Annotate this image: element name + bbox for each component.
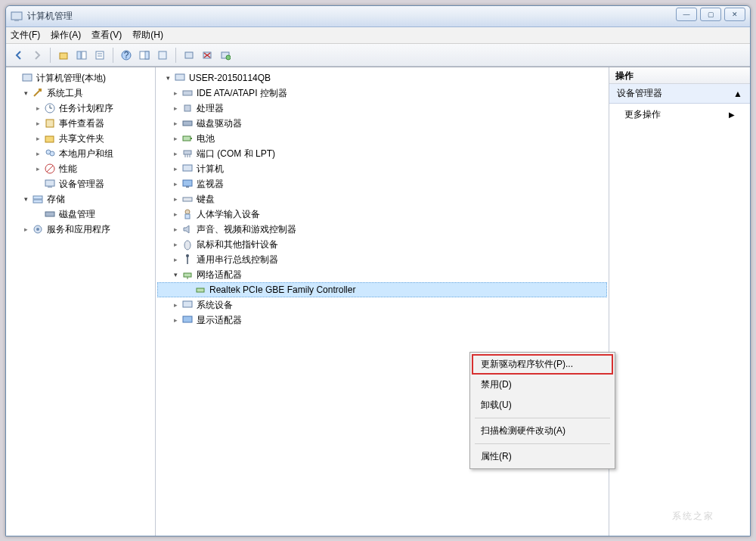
device-network-adapter[interactable]: Realtek PCIe GBE Family Controller [157, 282, 607, 297]
svg-rect-57 [197, 288, 204, 292]
tree-disk-management[interactable]: 磁盘管理 [8, 207, 153, 222]
device-hid[interactable]: 人体学输入设备 [157, 207, 607, 222]
update-driver-button[interactable] [217, 47, 234, 64]
device-computer[interactable]: 计算机 [157, 161, 607, 176]
watermark: 系统之家 [637, 499, 750, 533]
device-battery[interactable]: 电池 [157, 131, 607, 146]
actions-pane: 操作 设备管理器 ▲ 更多操作 ▶ [609, 67, 750, 536]
menu-separator [475, 443, 610, 444]
tree-system-tools[interactable]: 系统工具 [8, 86, 153, 101]
services-icon [32, 223, 44, 235]
show-hide-tree-button[interactable] [73, 47, 90, 64]
menu-file[interactable]: 文件(F) [11, 29, 40, 42]
tree-task-scheduler[interactable]: 任务计划程序 [8, 101, 153, 116]
svg-rect-4 [82, 51, 86, 59]
chevron-right-icon: ▶ [729, 110, 735, 119]
svg-rect-41 [191, 138, 192, 139]
back-button[interactable] [11, 47, 27, 64]
svg-point-50 [185, 210, 190, 214]
maximize-button[interactable]: ▢ [700, 8, 721, 21]
svg-point-54 [186, 254, 189, 257]
device-usb[interactable]: 通用串行总线控制器 [157, 252, 607, 267]
actions-section[interactable]: 设备管理器 ▲ [609, 84, 750, 104]
svg-rect-23 [46, 120, 54, 127]
svg-rect-5 [96, 51, 104, 59]
management-tree[interactable]: 计算机管理(本地) 系统工具 任务计划程序 事件查看器 共享文件夹 本地用户和组… [6, 67, 155, 536]
nic-icon [194, 284, 206, 296]
uninstall-button[interactable] [199, 47, 215, 64]
svg-point-52 [184, 241, 191, 250]
svg-point-26 [50, 151, 54, 156]
forward-button[interactable] [29, 47, 45, 64]
scan-hardware-button[interactable] [181, 47, 197, 64]
tree-root[interactable]: 计算机管理(本地) [8, 70, 153, 86]
svg-rect-47 [183, 180, 192, 186]
device-keyboard[interactable]: 键盘 [157, 191, 607, 207]
device-network[interactable]: 网络适配器 [157, 267, 607, 282]
clock-icon [44, 102, 56, 114]
menu-help[interactable]: 帮助(H) [132, 29, 163, 42]
minimize-button[interactable]: — [676, 8, 697, 21]
device-audio[interactable]: 声音、视频和游戏控制器 [157, 222, 607, 237]
mouse-icon [181, 238, 194, 250]
svg-point-35 [36, 228, 39, 231]
device-root[interactable]: USER-20150114QB [157, 70, 607, 86]
device-mgr-icon [44, 178, 56, 190]
app-icon [11, 11, 23, 23]
device-disk[interactable]: 磁盘驱动器 [157, 116, 607, 131]
tree-local-users[interactable]: 本地用户和组 [8, 146, 153, 161]
tree-performance[interactable]: 性能 [8, 161, 153, 176]
svg-rect-31 [33, 196, 42, 199]
svg-rect-48 [186, 186, 189, 188]
action-pane-button[interactable] [136, 47, 153, 64]
refresh-icon[interactable] [154, 47, 171, 64]
svg-rect-46 [183, 165, 192, 171]
menu-update-driver[interactable]: 更新驱动程序软件(P)... [472, 354, 613, 375]
up-button[interactable] [55, 47, 72, 64]
ide-icon [181, 87, 194, 99]
device-mouse[interactable]: 鼠标和其他指针设备 [157, 237, 607, 252]
menu-properties[interactable]: 属性(R) [472, 446, 613, 467]
perf-icon [44, 163, 56, 175]
device-pane: USER-20150114QB IDE ATA/ATAPI 控制器 处理器 磁盘… [156, 67, 609, 536]
share-icon [44, 132, 56, 145]
properties-button[interactable] [91, 47, 108, 64]
device-ports[interactable]: 端口 (COM 和 LPT) [157, 146, 607, 161]
device-ide[interactable]: IDE ATA/ATAPI 控制器 [157, 86, 607, 101]
menu-disable[interactable]: 禁用(D) [472, 375, 613, 395]
tree-storage[interactable]: 存储 [8, 191, 153, 207]
content-area: 计算机管理(本地) 系统工具 任务计划程序 事件查看器 共享文件夹 本地用户和组… [6, 67, 750, 536]
svg-rect-13 [185, 52, 193, 58]
help-button[interactable]: ? [118, 47, 135, 64]
svg-rect-58 [183, 301, 192, 307]
svg-rect-24 [45, 136, 54, 142]
monitor-icon [181, 178, 194, 190]
menu-view[interactable]: 查看(V) [91, 29, 122, 42]
close-button[interactable]: ✕ [724, 8, 745, 21]
tree-shared-folders[interactable]: 共享文件夹 [8, 131, 153, 146]
port-icon [181, 148, 194, 160]
menu-scan-hardware[interactable]: 扫描检测硬件改动(A) [472, 421, 613, 441]
svg-rect-32 [33, 200, 42, 203]
tools-icon [32, 87, 44, 99]
keyboard-icon [181, 193, 194, 205]
users-icon [44, 148, 56, 160]
device-display[interactable]: 显示适配器 [157, 312, 607, 328]
titlebar[interactable]: 计算机管理 — ▢ ✕ [6, 6, 750, 27]
tree-device-manager[interactable]: 设备管理器 [8, 176, 153, 191]
menu-action[interactable]: 操作(A) [51, 29, 81, 42]
device-system[interactable]: 系统设备 [157, 297, 607, 312]
svg-rect-1 [14, 20, 19, 21]
menu-uninstall[interactable]: 卸载(U) [472, 395, 613, 415]
tree-services-apps[interactable]: 服务和应用程序 [8, 222, 153, 237]
cpu-icon [181, 102, 194, 114]
context-menu: 更新驱动程序软件(P)... 禁用(D) 卸载(U) 扫描检测硬件改动(A) 属… [469, 352, 615, 469]
battery-icon [181, 132, 194, 145]
svg-rect-42 [184, 151, 191, 154]
device-cpu[interactable]: 处理器 [157, 101, 607, 116]
svg-rect-36 [175, 74, 184, 80]
tree-event-viewer[interactable]: 事件查看器 [8, 116, 153, 131]
actions-more[interactable]: 更多操作 ▶ [609, 104, 750, 126]
device-monitor[interactable]: 监视器 [157, 176, 607, 191]
svg-text:?: ? [124, 50, 129, 61]
